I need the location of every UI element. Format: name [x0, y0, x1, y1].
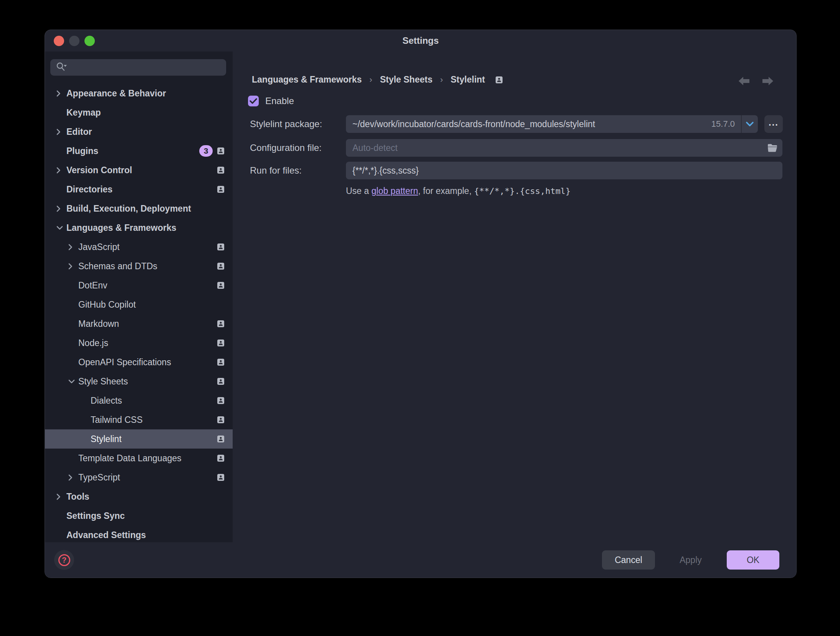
sidebar-item-openapi-specifications[interactable]: OpenAPI Specifications — [45, 353, 233, 372]
sidebar-item-label: JavaScript — [78, 242, 119, 252]
sidebar-item-typescript[interactable]: TypeScript — [45, 468, 233, 487]
enable-label: Enable — [265, 96, 294, 106]
title-bar: Settings — [45, 30, 796, 51]
sidebar-item-label: Editor — [66, 127, 92, 137]
stylelint-package-combo: 15.7.0 — [346, 115, 758, 133]
sidebar-item-template-data-languages[interactable]: Template Data Languages — [45, 449, 233, 468]
sidebar-item-label: Template Data Languages — [78, 453, 182, 464]
breadcrumb-item-style-sheets[interactable]: Style Sheets — [380, 75, 433, 85]
plugins-count-badge: 3 — [199, 145, 213, 157]
question-mark-icon: ? — [58, 554, 70, 566]
settings-sidebar: Appearance & BehaviorKeymapEditorPlugins… — [45, 51, 233, 542]
stylelint-package-input[interactable] — [346, 115, 711, 133]
settings-content: Languages & Frameworks›Style Sheets›Styl… — [233, 51, 796, 542]
run-for-files-input[interactable] — [346, 162, 782, 179]
package-browse-button[interactable]: ... — [764, 115, 783, 133]
sidebar-item-dialects[interactable]: Dialects — [45, 391, 233, 410]
sidebar-item-label: Style Sheets — [78, 376, 128, 387]
sidebar-item-build-execution-deployment[interactable]: Build, Execution, Deployment — [45, 199, 233, 218]
help-button[interactable]: ? — [54, 550, 74, 570]
sidebar-item-stylelint[interactable]: Stylelint — [45, 429, 233, 449]
forward-arrow-icon[interactable] — [762, 76, 774, 86]
sidebar-item-keymap[interactable]: Keymap — [45, 103, 233, 122]
search-icon — [56, 61, 67, 74]
sidebar-item-advanced-settings[interactable]: Advanced Settings — [45, 525, 233, 542]
config-browse-button[interactable] — [762, 139, 782, 157]
sidebar-item-plugins[interactable]: Plugins3 — [45, 141, 233, 161]
sidebar-item-dotenv[interactable]: DotEnv — [45, 276, 233, 295]
ide-settings-icon — [496, 76, 503, 83]
chevron-right-icon — [68, 244, 78, 250]
chevron-down-icon — [746, 121, 754, 127]
run-for-files-field — [346, 162, 782, 179]
ok-button[interactable]: OK — [727, 550, 779, 570]
chevron-right-icon — [56, 494, 66, 500]
sidebar-item-label: Appearance & Behavior — [66, 88, 166, 99]
ide-settings-icon — [217, 474, 224, 481]
sidebar-item-label: OpenAPI Specifications — [78, 357, 171, 368]
sidebar-item-node-js[interactable]: Node.js — [45, 333, 233, 353]
settings-search-field[interactable] — [50, 59, 226, 76]
ide-settings-icon — [217, 416, 224, 423]
sidebar-item-label: GitHub Copilot — [78, 300, 136, 310]
glob-help-text: Use a glob pattern, for example, {**/*,*… — [346, 186, 570, 196]
ide-settings-icon — [217, 320, 224, 327]
ide-settings-icon — [217, 436, 224, 442]
sidebar-item-markdown[interactable]: Markdown — [45, 314, 233, 333]
sidebar-item-schemas-and-dtds[interactable]: Schemas and DTDs — [45, 257, 233, 276]
ide-settings-icon — [217, 243, 224, 250]
ide-settings-icon — [217, 186, 224, 193]
sidebar-item-label: Version Control — [66, 165, 132, 176]
sidebar-item-appearance-behavior[interactable]: Appearance & Behavior — [45, 84, 233, 103]
chevron-right-icon — [56, 167, 66, 174]
sidebar-item-label: Languages & Frameworks — [66, 223, 176, 233]
sidebar-item-languages-frameworks[interactable]: Languages & Frameworks — [45, 218, 233, 237]
sidebar-item-style-sheets[interactable]: Style Sheets — [45, 372, 233, 391]
sidebar-item-label: DotEnv — [78, 280, 107, 291]
folder-icon — [767, 143, 778, 152]
chevron-down-icon — [56, 226, 66, 230]
sidebar-item-javascript[interactable]: JavaScript — [45, 237, 233, 257]
breadcrumb-item-languages-frameworks[interactable]: Languages & Frameworks — [252, 75, 362, 85]
sidebar-item-settings-sync[interactable]: Settings Sync — [45, 506, 233, 525]
ide-settings-icon — [217, 359, 224, 366]
enable-checkbox[interactable] — [248, 96, 259, 106]
breadcrumb: Languages & Frameworks›Style Sheets›Styl… — [252, 75, 503, 85]
back-arrow-icon[interactable] — [738, 76, 750, 86]
breadcrumb-separator: › — [440, 75, 443, 85]
chevron-down-icon — [68, 379, 78, 384]
chevron-right-icon — [56, 205, 66, 212]
glob-pattern-link[interactable]: glob pattern — [371, 186, 418, 196]
config-file-field — [346, 139, 782, 157]
cancel-button[interactable]: Cancel — [602, 550, 655, 570]
help-middle: , for example, — [418, 186, 474, 196]
ide-settings-icon — [217, 378, 224, 385]
package-dropdown-button[interactable] — [741, 115, 758, 133]
package-version: 15.7.0 — [711, 119, 735, 129]
sidebar-item-editor[interactable]: Editor — [45, 122, 233, 141]
sidebar-item-version-control[interactable]: Version Control — [45, 161, 233, 180]
sidebar-item-tailwind-css[interactable]: Tailwind CSS — [45, 410, 233, 429]
breadcrumb-item-stylelint[interactable]: Stylelint — [451, 75, 485, 85]
sidebar-item-github-copilot[interactable]: GitHub Copilot — [45, 295, 233, 314]
sidebar-item-label: Tools — [66, 492, 89, 502]
ide-settings-icon — [217, 340, 224, 346]
sidebar-item-label: Dialects — [91, 396, 122, 406]
chevron-right-icon — [68, 263, 78, 270]
apply-button[interactable]: Apply — [664, 550, 718, 570]
run-for-files-label: Run for files: — [250, 162, 302, 179]
sidebar-item-tools[interactable]: Tools — [45, 487, 233, 506]
sidebar-item-label: TypeScript — [78, 472, 120, 483]
sidebar-item-label: Build, Execution, Deployment — [66, 204, 191, 214]
sidebar-item-label: Keymap — [66, 108, 101, 118]
sidebar-item-label: Markdown — [78, 319, 119, 329]
sidebar-item-label: Stylelint — [91, 434, 122, 444]
sidebar-item-label: Advanced Settings — [66, 530, 146, 540]
sidebar-item-directories[interactable]: Directories — [45, 180, 233, 199]
ide-settings-icon — [217, 167, 224, 174]
enable-row: Enable — [248, 96, 294, 106]
config-file-input[interactable] — [346, 139, 762, 157]
sidebar-item-label: Plugins — [66, 146, 98, 156]
chevron-right-icon — [68, 474, 78, 481]
sidebar-item-label: Schemas and DTDs — [78, 261, 157, 272]
